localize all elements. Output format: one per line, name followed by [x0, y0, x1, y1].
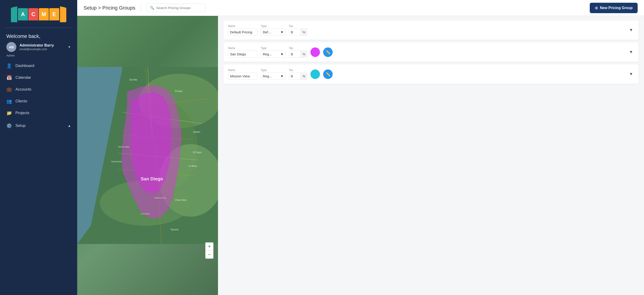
search-icon: 🔍: [150, 6, 154, 10]
tax-input-3[interactable]: [289, 73, 300, 79]
type-value-3[interactable]: Reg… ▼: [261, 73, 286, 80]
type-field-group-3: Type Reg… ▼: [261, 68, 286, 80]
plus-icon: ⊕: [595, 5, 598, 10]
sidebar: A C M E Welcome back, AB Administrator B…: [0, 0, 77, 295]
svg-text:San Diego: San Diego: [141, 176, 163, 181]
tax-pct-2: %: [300, 51, 307, 57]
edit-button-3[interactable]: ✏️: [323, 69, 333, 79]
expand-button-3[interactable]: ▼: [628, 71, 634, 77]
name-label-1: Name: [228, 24, 258, 28]
sidebar-divider: [6, 28, 72, 28]
name-value-3[interactable]: Mission View: [228, 73, 258, 80]
dashboard-icon: 👤: [6, 63, 12, 68]
type-value-1[interactable]: Def… ▼: [261, 28, 286, 36]
tax-pct-1: %: [300, 29, 307, 35]
user-details: Administrator Barry email@example.com: [20, 43, 64, 51]
page-header: Setup > Pricing Groups 🔍 ⊕ New Pricing G…: [77, 0, 644, 16]
tax-input-2[interactable]: [289, 51, 300, 57]
type-field-group-2: Type Reg… ▼: [261, 46, 286, 58]
tax-field-group-1: Tax %: [289, 24, 307, 36]
expand-button-1[interactable]: ▼: [628, 27, 634, 33]
type-dropdown-icon-2: ▼: [280, 52, 284, 56]
projects-icon: 📁: [6, 110, 12, 116]
svg-text:National City: National City: [154, 197, 166, 199]
map-background: San Diego Poway Santee El Cajon La Mesa …: [77, 16, 218, 295]
clients-icon: 👥: [6, 98, 12, 104]
sidebar-item-label: Clients: [16, 99, 27, 103]
pricing-card-3: Name Mission View Type Reg… ▼ Tax: [224, 64, 638, 84]
expand-button-2[interactable]: ▼: [628, 49, 634, 55]
pencil-icon-3: ✏️: [326, 72, 330, 77]
user-role: Admin: [0, 54, 77, 57]
type-value-2[interactable]: Reg… ▼: [261, 51, 286, 58]
user-email: email@example.com: [20, 47, 64, 51]
type-dropdown-icon-1: ▼: [280, 30, 284, 34]
sidebar-item-accounts[interactable]: 💼 Accounts: [0, 83, 77, 95]
new-pricing-group-button[interactable]: ⊕ New Pricing Group: [590, 3, 638, 13]
pricing-card-fields-2: Name San Diego Type Reg… ▼ Tax: [228, 46, 634, 58]
tax-input-1[interactable]: [289, 29, 300, 35]
tax-label-1: Tax: [289, 24, 307, 28]
search-box[interactable]: 🔍: [146, 4, 206, 12]
tax-field-wrap-3: %: [289, 73, 307, 80]
pricing-card-1: Name Default Pricing Type Def… ▼ Tax: [224, 20, 638, 40]
name-label-3: Name: [228, 68, 258, 72]
breadcrumb: Setup > Pricing Groups: [84, 5, 135, 11]
content-area: San Diego Poway Santee El Cajon La Mesa …: [77, 16, 644, 295]
tax-label-2: Tax: [289, 46, 307, 50]
logo-letter-c: C: [28, 8, 38, 20]
name-field-group-3: Name Mission View: [228, 68, 258, 80]
pricing-card-fields-3: Name Mission View Type Reg… ▼ Tax: [228, 68, 634, 80]
map-zoom-in-button[interactable]: +: [205, 242, 214, 251]
pricing-card-2: Name San Diego Type Reg… ▼ Tax: [224, 42, 638, 62]
sidebar-item-dashboard[interactable]: 👤 Dashboard: [0, 60, 77, 72]
color-circle-3[interactable]: [310, 69, 320, 79]
color-circle-2[interactable]: [310, 47, 320, 57]
setup-label: Setup: [16, 123, 26, 128]
svg-text:Coronado: Coronado: [141, 213, 150, 215]
new-button-label: New Pricing Group: [600, 6, 633, 10]
svg-text:Naval Base: Naval Base: [111, 160, 122, 163]
logo-area: A C M E: [0, 0, 77, 27]
type-label-1: Type: [261, 24, 286, 28]
sidebar-item-label: Accounts: [16, 87, 31, 92]
sidebar-item-calendar[interactable]: 📅 Calendar: [0, 72, 77, 83]
name-field-group-2: Name San Diego: [228, 46, 258, 58]
setup-chevron-icon: ▲: [68, 124, 71, 128]
type-label-2: Type: [261, 46, 286, 50]
user-info[interactable]: AB Administrator Barry email@example.com…: [0, 40, 77, 56]
pricing-groups-panel: Name Default Pricing Type Def… ▼ Tax: [218, 16, 644, 295]
welcome-text: Welcome back,: [0, 31, 77, 40]
map-container: San Diego Poway Santee El Cajon La Mesa …: [77, 16, 218, 295]
map-zoom-out-button[interactable]: −: [205, 251, 214, 259]
svg-text:La Mesa: La Mesa: [188, 165, 197, 167]
type-dropdown-icon-3: ▼: [280, 74, 284, 78]
sidebar-item-label: Dashboard: [16, 63, 34, 68]
tax-field-wrap-2: %: [289, 51, 307, 58]
svg-text:Tijuana: Tijuana: [170, 228, 179, 231]
sidebar-item-label: Calendar: [16, 75, 31, 80]
avatar: AB: [6, 42, 16, 52]
search-input[interactable]: [156, 6, 202, 10]
sidebar-item-clients[interactable]: 👥 Clients: [0, 95, 77, 107]
sidebar-item-setup[interactable]: ⚙️ Setup ▲: [0, 120, 77, 132]
tax-field-group-2: Tax %: [289, 46, 307, 58]
svg-text:Chula Vista: Chula Vista: [175, 199, 186, 201]
type-field-group-1: Type Def… ▼: [261, 24, 286, 36]
map-svg: San Diego Poway Santee El Cajon La Mesa …: [77, 16, 218, 295]
sidebar-item-projects[interactable]: 📁 Projects: [0, 107, 77, 119]
user-dropdown-icon: ▼: [68, 45, 71, 49]
accounts-icon: 💼: [6, 87, 12, 92]
user-name: Administrator Barry: [20, 43, 64, 47]
sidebar-item-label: Projects: [16, 111, 29, 115]
edit-button-2[interactable]: ✏️: [323, 47, 333, 57]
svg-text:Santee: Santee: [193, 131, 200, 133]
name-value-2[interactable]: San Diego: [228, 51, 258, 58]
main-content: Setup > Pricing Groups 🔍 ⊕ New Pricing G…: [77, 0, 644, 295]
tax-label-3: Tax: [289, 68, 307, 72]
tax-pct-3: %: [300, 73, 307, 79]
svg-text:Mission Bay: Mission Bay: [118, 146, 129, 148]
setup-section: ⚙️ Setup ▲: [0, 120, 77, 132]
name-value-1[interactable]: Default Pricing: [228, 28, 258, 36]
logo-letter-a: A: [18, 8, 28, 20]
